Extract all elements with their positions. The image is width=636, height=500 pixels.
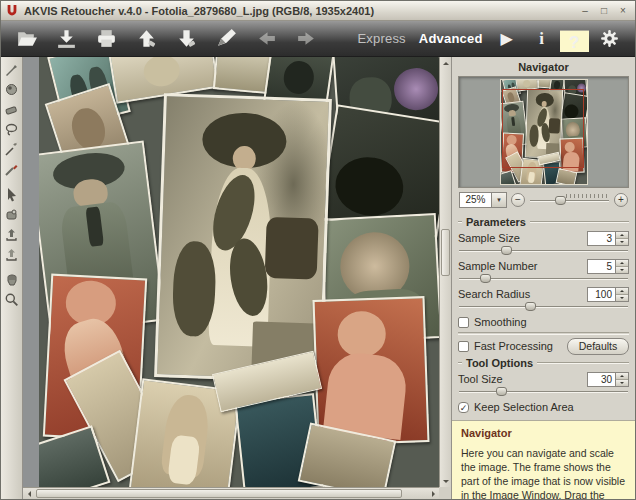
clone-stamp-tool[interactable] (3, 205, 21, 223)
sphere-icon (4, 82, 19, 97)
minimize-button[interactable]: – (579, 6, 591, 16)
keypoint-brush-tool[interactable] (3, 160, 21, 178)
sample-number-down-arrow[interactable] (616, 266, 628, 273)
fast-processing-label: Fast Processing (474, 340, 553, 352)
magic-wand-tool[interactable] (3, 140, 21, 158)
sample-number-value[interactable]: 5 (587, 259, 616, 274)
zoom-value-field[interactable]: 25% (459, 192, 492, 208)
keep-selection-checkbox[interactable]: ✓ (458, 402, 469, 413)
close-button[interactable]: × (617, 6, 629, 16)
scroll-up-arrow[interactable] (440, 57, 452, 69)
zoom-tool[interactable] (3, 290, 21, 308)
defaults-button[interactable]: Defaults (567, 338, 629, 355)
stamp-icon (4, 207, 19, 222)
vertical-scrollbar[interactable] (439, 57, 451, 487)
window-title: AKVIS Retoucher v.4.0 - Fotolia_2879680_… (24, 5, 374, 17)
hints-text: Here you can navigate and scale the imag… (461, 447, 626, 499)
navigator-view-frame[interactable] (502, 89, 584, 168)
navigator-panel-title: Navigator (458, 61, 629, 76)
akvis-logo-icon (5, 4, 19, 18)
sample-size-slider-handle[interactable] (501, 246, 512, 255)
print-button[interactable] (93, 26, 120, 51)
app-window: AKVIS Retoucher v.4.0 - Fotolia_2879680_… (0, 0, 636, 500)
left-tool-strip (1, 57, 23, 499)
marker-button[interactable] (213, 26, 240, 51)
tool-size-slider[interactable] (458, 387, 629, 397)
magnifier-icon (4, 292, 19, 307)
fast-processing-checkbox[interactable] (458, 341, 469, 352)
eraser-icon (4, 102, 19, 117)
parameters-section-header: Parameters (458, 215, 629, 228)
lasso-tool[interactable] (3, 120, 21, 138)
upload-selection-tool[interactable] (3, 245, 21, 263)
keep-selection-label: Keep Selection Area (474, 401, 574, 413)
smoothing-label: Smoothing (474, 316, 527, 328)
help-button[interactable]: ? (560, 30, 589, 52)
sample-number-slider-handle[interactable] (480, 274, 491, 283)
scroll-left-arrow[interactable] (23, 488, 35, 500)
hand-tool[interactable] (3, 270, 21, 288)
settings-panel: Navigator 25% ▼ − + Parameters (451, 57, 635, 499)
eraser-tool[interactable] (3, 100, 21, 118)
selection-pencil-tool[interactable] (3, 60, 21, 78)
sample-size-value[interactable]: 3 (587, 231, 616, 246)
zoom-slider[interactable] (529, 194, 610, 207)
tool-size-down-arrow[interactable] (616, 379, 628, 386)
horizontal-scroll-thumb[interactable] (36, 489, 402, 498)
search-radius-label: Search Radius (458, 288, 530, 300)
search-radius-spinbox[interactable]: 100 (587, 287, 629, 302)
hints-panel: Navigator Here you can navigate and scal… (452, 420, 635, 499)
scroll-right-arrow[interactable] (427, 488, 439, 500)
sample-size-label: Sample Size (458, 232, 520, 244)
preferences-button[interactable] (596, 26, 623, 51)
photo-collage-image[interactable] (39, 57, 439, 487)
zoom-slider-ticks (566, 194, 608, 198)
export-strokes-button[interactable] (133, 26, 160, 51)
cursor-arrow-icon (4, 187, 19, 202)
save-button[interactable] (53, 26, 80, 51)
move-tool[interactable] (3, 185, 21, 203)
horizontal-scrollbar[interactable] (23, 487, 439, 499)
zoom-dropdown-button[interactable]: ▼ (492, 192, 507, 208)
open-button[interactable] (13, 26, 40, 51)
sample-number-slider[interactable] (458, 274, 629, 284)
main-toolbar: Express Advanced ▶ i ? (1, 21, 635, 57)
zoom-slider-handle[interactable] (555, 196, 566, 205)
zoom-out-button[interactable]: − (511, 193, 525, 207)
scroll-down-arrow[interactable] (440, 475, 452, 487)
sample-size-slider[interactable] (458, 246, 629, 256)
magic-wand-icon (4, 142, 19, 157)
navigator-preview-area[interactable] (458, 76, 629, 188)
run-button[interactable]: ▶ (496, 28, 518, 50)
zoom-in-button[interactable]: + (614, 193, 628, 207)
tool-size-slider-handle[interactable] (496, 387, 507, 396)
tool-options-section-header: Tool Options (458, 356, 629, 369)
sample-number-spinbox[interactable]: 5 (587, 259, 629, 274)
search-radius-slider[interactable] (458, 302, 629, 312)
main-area: Navigator 25% ▼ − + Parameters (1, 57, 635, 499)
sample-size-down-arrow[interactable] (616, 238, 628, 245)
tool-size-value[interactable]: 30 (587, 372, 616, 387)
smoothing-checkbox[interactable] (458, 317, 469, 328)
search-radius-value[interactable]: 100 (587, 287, 616, 302)
export-selection-button[interactable] (173, 26, 200, 51)
maximize-button[interactable]: □ (598, 6, 610, 16)
sample-size-spinbox[interactable]: 3 (587, 231, 629, 246)
tab-advanced[interactable]: Advanced (419, 31, 483, 46)
tool-size-spinbox[interactable]: 30 (587, 372, 629, 387)
collage-photo (312, 296, 429, 446)
image-window[interactable] (23, 57, 439, 487)
search-radius-slider-handle[interactable] (525, 302, 536, 311)
tab-express[interactable]: Express (357, 31, 405, 46)
undo-button[interactable] (253, 26, 280, 51)
forward-arrow-icon (295, 28, 318, 49)
selection-sphere-tool[interactable] (3, 80, 21, 98)
about-button[interactable]: i (531, 28, 553, 50)
save-icon (55, 28, 78, 49)
title-bar[interactable]: AKVIS Retoucher v.4.0 - Fotolia_2879680_… (1, 1, 635, 21)
vertical-scroll-thumb[interactable] (441, 229, 450, 276)
search-radius-down-arrow[interactable] (616, 294, 628, 301)
upload-strokes-tool[interactable] (3, 225, 21, 243)
redo-button[interactable] (293, 26, 320, 51)
navigator-thumbnail[interactable] (501, 80, 587, 184)
